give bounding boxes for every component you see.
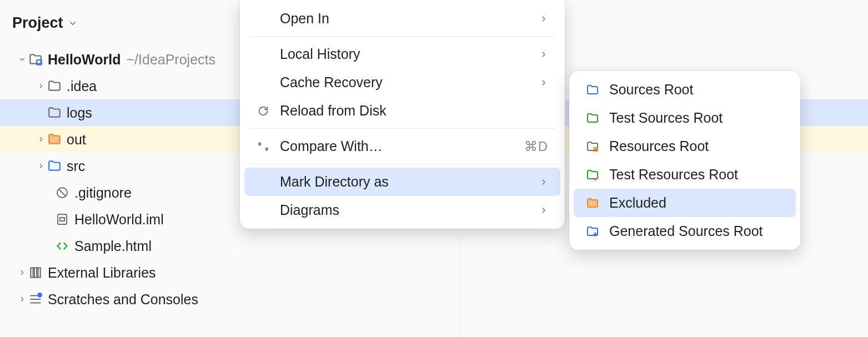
project-panel-title: Project — [12, 14, 63, 32]
submenu-test-sources-root[interactable]: Test Sources Root — [574, 104, 796, 132]
tree-item-label: logs — [67, 105, 92, 121]
chevron-right-icon — [539, 46, 548, 62]
expand-arrow-icon[interactable] — [36, 81, 47, 92]
module-folder-icon — [28, 52, 43, 67]
expand-arrow-icon[interactable] — [17, 294, 28, 305]
html-file-icon — [54, 238, 70, 254]
tree-item-label: External Libraries — [48, 265, 156, 281]
menu-item-label: Mark Directory as — [280, 174, 533, 190]
menu-compare[interactable]: Compare With… ⌘D — [244, 132, 560, 160]
submenu-item-label: Test Resources Root — [609, 167, 784, 183]
svg-rect-3 — [60, 218, 64, 221]
generated-sources-folder-icon — [585, 224, 600, 239]
svg-point-7 — [37, 293, 42, 298]
submenu-test-resources-root[interactable]: Test Resources Root — [574, 160, 796, 189]
sources-folder-icon — [585, 82, 600, 98]
submenu-excluded[interactable]: Excluded — [574, 189, 796, 217]
tree-root-path: ~/IdeaProjects — [126, 52, 215, 68]
svg-rect-5 — [34, 268, 37, 277]
chevron-down-icon — [68, 18, 78, 28]
menu-item-label: Cache Recovery — [280, 74, 533, 90]
menu-item-shortcut: ⌘D — [524, 139, 548, 154]
svg-rect-2 — [58, 214, 67, 224]
tree-item-label: src — [67, 158, 85, 174]
tree-item-label: .gitignore — [74, 185, 132, 201]
expand-arrow-icon[interactable] — [17, 267, 28, 278]
menu-item-label: Diagrams — [280, 202, 533, 218]
svg-rect-4 — [31, 268, 33, 277]
menu-item-label: Compare With… — [280, 138, 518, 154]
submenu-item-label: Excluded — [609, 195, 784, 211]
chevron-right-icon — [539, 174, 548, 190]
test-sources-folder-icon — [585, 110, 600, 126]
sources-folder-icon — [47, 158, 62, 174]
tree-item-label: out — [67, 132, 86, 148]
menu-local-history[interactable]: Local History — [244, 40, 560, 68]
mark-directory-submenu: Sources Root Test Sources Root Resources… — [569, 71, 800, 250]
expand-arrow-icon[interactable] — [36, 134, 47, 145]
scratches-icon — [28, 291, 43, 307]
expand-arrow-icon[interactable] — [17, 54, 28, 65]
submenu-resources-root[interactable]: Resources Root — [574, 132, 796, 160]
submenu-item-label: Sources Root — [609, 82, 784, 98]
tree-item-label: HelloWorld.iml — [74, 212, 164, 228]
compare-icon — [255, 139, 271, 154]
folder-icon — [47, 105, 62, 120]
chevron-right-icon — [539, 202, 548, 218]
submenu-generated-sources-root[interactable]: Generated Sources Root — [574, 217, 796, 245]
tree-item-label: Scratches and Consoles — [48, 291, 198, 308]
tree-item-label: Sample.html — [74, 238, 152, 254]
menu-separator — [250, 164, 555, 164]
menu-diagrams[interactable]: Diagrams — [244, 196, 560, 224]
submenu-sources-root[interactable]: Sources Root — [574, 76, 796, 104]
menu-item-label: Local History — [280, 46, 533, 62]
reload-icon — [255, 103, 271, 119]
tree-row-external[interactable]: External Libraries — [0, 259, 868, 286]
svg-rect-6 — [38, 268, 40, 277]
tree-item-label: .idea — [67, 78, 97, 94]
menu-cache-recovery[interactable]: Cache Recovery — [244, 68, 560, 97]
tree-root-name: HelloWorld — [48, 52, 121, 68]
submenu-item-label: Test Sources Root — [609, 110, 784, 126]
menu-separator — [250, 128, 555, 129]
excluded-folder-icon — [585, 195, 600, 211]
folder-icon — [47, 78, 62, 94]
iml-file-icon — [54, 212, 70, 227]
excluded-folder-icon — [47, 132, 62, 147]
menu-item-label: Reload from Disk — [280, 103, 548, 119]
editor-divider — [460, 239, 460, 337]
resources-folder-icon — [585, 139, 600, 154]
menu-separator — [250, 36, 555, 37]
expand-arrow-icon[interactable] — [36, 160, 47, 172]
submenu-item-label: Generated Sources Root — [609, 223, 784, 239]
chevron-right-icon — [539, 74, 548, 90]
menu-mark-directory[interactable]: Mark Directory as — [244, 168, 560, 196]
chevron-right-icon — [539, 11, 548, 27]
expand-arrow-placeholder — [36, 107, 47, 118]
libraries-icon — [28, 265, 43, 280]
menu-reload[interactable]: Reload from Disk — [244, 97, 560, 125]
submenu-item-label: Resources Root — [609, 138, 784, 154]
menu-open-in[interactable]: Open In — [244, 4, 560, 33]
tree-row-scratches[interactable]: Scratches and Consoles — [0, 286, 868, 313]
context-menu: Open In Local History Cache Recovery Rel… — [240, 0, 565, 229]
test-resources-folder-icon — [585, 167, 600, 183]
menu-item-label: Open In — [280, 11, 533, 27]
ignore-file-icon — [54, 185, 70, 200]
